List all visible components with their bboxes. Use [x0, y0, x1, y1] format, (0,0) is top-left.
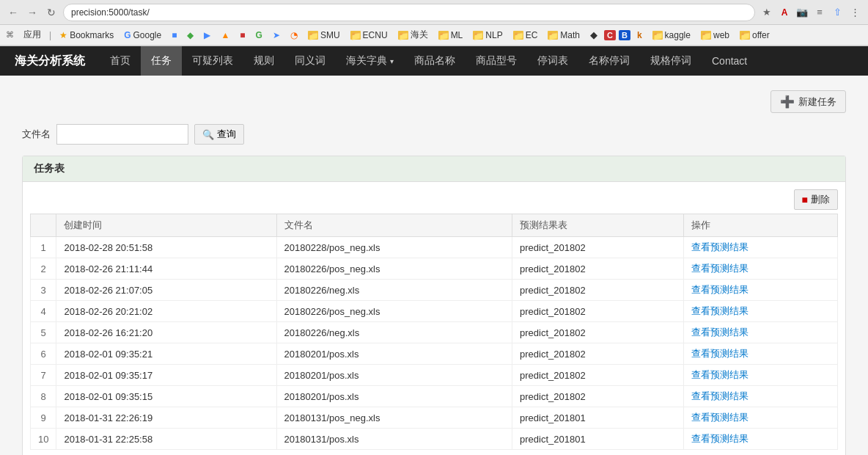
bookmark-github[interactable]: ◆: [586, 28, 601, 42]
nav-dictionary[interactable]: 海关字典: [336, 46, 404, 76]
navbar-brand: 海关分析系统: [15, 54, 85, 69]
folder-ecnu-icon: 📁: [350, 31, 361, 40]
view-result-link[interactable]: 查看预测结果: [691, 241, 749, 252]
bookmark-google[interactable]: G Google: [120, 29, 165, 42]
table-body: 1 2018-02-28 20:51:58 20180228/pos_neg.x…: [31, 237, 838, 450]
table-row: 5 2018-02-26 16:21:20 20180226/neg.xls p…: [31, 322, 838, 343]
row-action[interactable]: 查看预测结果: [684, 237, 838, 258]
bookmark-offer[interactable]: 📁 offer: [736, 29, 773, 42]
bookmark-icon-c[interactable]: ◆: [183, 29, 197, 42]
main-content: ➕ 新建任务 文件名 🔍 查询 任务表 ■ 删除: [0, 76, 868, 455]
row-result: predict_201802: [512, 322, 684, 343]
nav-task[interactable]: 任务: [141, 46, 182, 76]
row-action[interactable]: 查看预测结果: [684, 343, 838, 365]
view-result-link[interactable]: 查看预测结果: [691, 433, 749, 444]
nav-home[interactable]: 首页: [100, 46, 141, 76]
bookmark-icon-f[interactable]: ■: [236, 29, 249, 42]
row-action[interactable]: 查看预测结果: [684, 280, 838, 301]
panel-title: 任务表: [34, 162, 65, 174]
bookmark-star[interactable]: ★ Bookmarks: [56, 29, 117, 42]
row-time: 2018-02-26 21:07:05: [56, 280, 276, 301]
refresh-button[interactable]: ↻: [44, 5, 59, 20]
bookmark-ml[interactable]: 📁 ML: [435, 29, 467, 42]
row-action[interactable]: 查看预测结果: [684, 258, 838, 280]
browser-toolbar: ← → ↻ precision:5000/task/ ★ A 📷 ≡ ⇧ ⋮: [0, 0, 868, 25]
view-result-link[interactable]: 查看预测结果: [691, 305, 749, 316]
row-result: predict_201802: [512, 258, 684, 280]
row-time: 2018-02-01 09:35:15: [56, 386, 276, 407]
forward-button[interactable]: →: [25, 5, 40, 20]
row-time: 2018-02-26 21:11:44: [56, 258, 276, 280]
nav-suspicious[interactable]: 可疑列表: [182, 46, 243, 76]
bookmark-ecnu[interactable]: 📁 ECNU: [347, 29, 391, 42]
bookmark-icon-e[interactable]: ▲: [217, 29, 233, 42]
nav-spec-stopwords[interactable]: 规格停词: [640, 46, 702, 76]
bookmark-nlp[interactable]: 📁 NLP: [469, 29, 506, 42]
row-action[interactable]: 查看预测结果: [684, 365, 838, 386]
bookmark-k-icon[interactable]: k: [633, 29, 646, 42]
bookmark-icon-h[interactable]: ➤: [269, 29, 284, 42]
nav-product-model[interactable]: 商品型号: [466, 46, 527, 76]
table-row: 6 2018-02-01 09:35:21 20180201/pos.xls p…: [31, 343, 838, 365]
url-text: precision:5000/task/: [71, 7, 150, 18]
row-result: predict_201802: [512, 365, 684, 386]
row-action[interactable]: 查看预测结果: [684, 301, 838, 322]
panel-body: ■ 删除 创建时间 文件名 预测结果表 操作 1 201: [23, 182, 845, 455]
bookmark-apps[interactable]: 应用: [20, 27, 45, 43]
view-result-link[interactable]: 查看预测结果: [691, 412, 749, 423]
row-number: 4: [31, 301, 56, 322]
bookmark-smu[interactable]: 📁 SMU: [304, 29, 344, 42]
bookmarks-bar: ⌘ 应用 | ★ Bookmarks G Google ■ ◆ ▶ ▲ ■ G …: [0, 25, 868, 46]
view-result-link[interactable]: 查看预测结果: [691, 369, 749, 380]
delete-button[interactable]: ■ 删除: [794, 189, 838, 210]
extension-icon-1[interactable]: A: [777, 5, 792, 20]
extension-icon-5[interactable]: ⋮: [847, 5, 862, 20]
bookmark-kaggle[interactable]: 📁 kaggle: [649, 29, 694, 42]
table-row: 3 2018-02-26 21:07:05 20180226/neg.xls p…: [31, 280, 838, 301]
nav-rules[interactable]: 规则: [243, 46, 284, 76]
view-result-link[interactable]: 查看预测结果: [691, 348, 749, 359]
row-action[interactable]: 查看预测结果: [684, 386, 838, 407]
row-action[interactable]: 查看预测结果: [684, 322, 838, 343]
address-bar[interactable]: precision:5000/task/: [63, 4, 755, 21]
view-result-link[interactable]: 查看预测结果: [691, 263, 749, 274]
bookmark-web[interactable]: 📁 web: [697, 29, 733, 42]
extension-icon-3[interactable]: ≡: [812, 5, 827, 20]
view-result-link[interactable]: 查看预测结果: [691, 390, 749, 401]
row-action[interactable]: 查看预测结果: [684, 407, 838, 429]
bookmark-b-icon[interactable]: B: [619, 30, 630, 40]
extension-icon-4[interactable]: ⇧: [830, 5, 845, 20]
folder-web-icon: 📁: [701, 31, 711, 40]
row-action[interactable]: 查看预测结果: [684, 429, 838, 450]
row-filename: 20180201/pos.xls: [276, 386, 512, 407]
nav-synonyms[interactable]: 同义词: [284, 46, 336, 76]
folder-ec-icon: 📁: [513, 31, 523, 40]
new-task-button[interactable]: ➕ 新建任务: [770, 90, 846, 113]
row-number: 10: [31, 429, 56, 450]
back-button[interactable]: ←: [6, 5, 21, 20]
bookmark-icon-g[interactable]: G: [252, 29, 266, 42]
task-panel: 任务表 ■ 删除 创建时间 文件名 预测结果表 操作: [22, 156, 846, 455]
nav-contact[interactable]: Contact: [702, 46, 757, 76]
bookmark-icon-b[interactable]: ■: [168, 29, 180, 42]
star-bookmark-icon: ★: [59, 30, 67, 40]
bookmark-math[interactable]: 📁 Math: [544, 29, 584, 42]
bookmark-c-icon[interactable]: C: [604, 30, 616, 40]
bookmark-haiguan[interactable]: 📁 海关: [394, 27, 432, 43]
bookmark-ec[interactable]: 📁 EC: [510, 29, 542, 42]
view-result-link[interactable]: 查看预测结果: [691, 327, 749, 338]
search-input[interactable]: [56, 124, 188, 145]
nav-name-stopwords[interactable]: 名称停词: [578, 46, 640, 76]
table-row: 4 2018-02-26 20:21:02 20180226/pos_neg.x…: [31, 301, 838, 322]
row-number: 8: [31, 386, 56, 407]
star-icon[interactable]: ★: [760, 5, 774, 20]
bookmark-icon-d[interactable]: ▶: [200, 29, 214, 42]
view-result-link[interactable]: 查看预测结果: [691, 284, 749, 295]
search-button[interactable]: 🔍 查询: [194, 124, 244, 145]
nav-product-name[interactable]: 商品名称: [404, 46, 466, 76]
bookmark-icon-i[interactable]: ◔: [287, 29, 301, 42]
nav-stopwords[interactable]: 停词表: [527, 46, 578, 76]
apps-icon[interactable]: ⌘: [6, 30, 14, 40]
extension-icon-2[interactable]: 📷: [795, 5, 809, 20]
navbar: 海关分析系统 首页 任务 可疑列表 规则 同义词 海关字典 商品名称 商品型号 …: [0, 46, 868, 76]
